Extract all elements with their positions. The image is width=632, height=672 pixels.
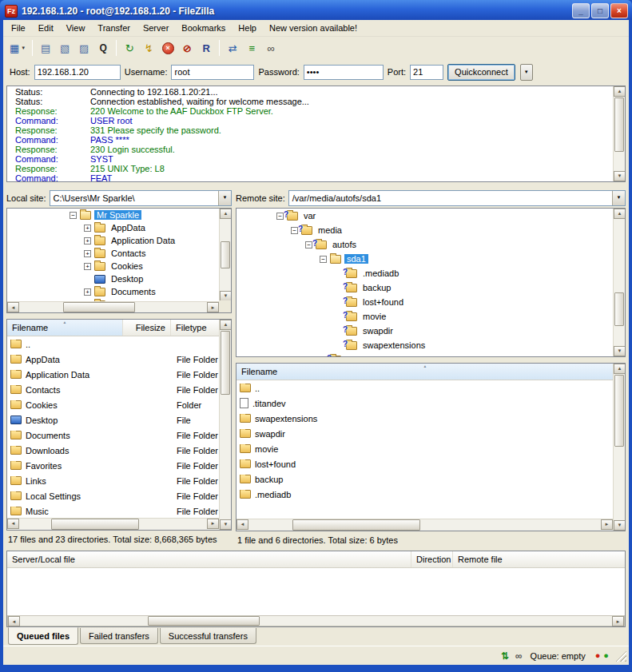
scroll-thumb[interactable] — [51, 519, 139, 530]
scroll-left-button[interactable]: ◄ — [7, 302, 19, 312]
scroll-up-button[interactable]: ▲ — [614, 86, 626, 97]
expand-toggle[interactable]: + — [84, 250, 91, 257]
close-button[interactable]: × — [610, 3, 628, 18]
scroll-right-button[interactable]: ► — [207, 519, 219, 529]
remote-tree-vertical-scrollbar[interactable]: ▲ ▼ — [613, 209, 625, 356]
file-row[interactable]: DownloadsFile Folder — [7, 443, 219, 458]
menu-server[interactable]: Server — [137, 22, 175, 34]
expand-toggle[interactable]: − — [276, 213, 284, 220]
scroll-thumb[interactable] — [148, 616, 260, 626]
tree-item[interactable]: −?var — [237, 209, 613, 223]
scroll-thumb[interactable] — [614, 375, 624, 447]
cancel-button[interactable]: × — [158, 38, 177, 58]
toggle-queue-button[interactable]: Q — [93, 38, 113, 58]
toggle-local-tree-button[interactable]: ▧ — [55, 38, 74, 58]
column-header-server-local-file[interactable]: Server/Local file — [7, 551, 411, 567]
quickconnect-dropdown-button[interactable]: ▼ — [520, 64, 533, 81]
scroll-track[interactable] — [614, 97, 625, 171]
menu-transfer[interactable]: Transfer — [91, 22, 137, 34]
tree-item[interactable]: −?media — [237, 223, 613, 237]
scroll-thumb[interactable] — [221, 331, 230, 395]
column-header-filename[interactable]: ▲Filename — [7, 320, 123, 336]
file-row[interactable]: LinksFile Folder — [7, 473, 219, 488]
menu-view[interactable]: View — [60, 22, 92, 34]
scroll-track[interactable] — [614, 374, 625, 520]
scroll-left-button[interactable]: ◄ — [237, 519, 248, 530]
expand-toggle[interactable]: − — [291, 227, 298, 234]
password-input[interactable] — [304, 65, 384, 80]
scroll-left-button[interactable]: ◄ — [8, 616, 20, 626]
queue-horizontal-scrollbar[interactable]: ◄ ► — [7, 615, 625, 626]
find-files-button[interactable]: ∞ — [261, 38, 280, 58]
column-header-filetype[interactable]: Filetype — [171, 320, 219, 336]
tree-item[interactable]: +Contacts — [7, 247, 219, 260]
scroll-track[interactable] — [20, 616, 612, 626]
toggle-remote-tree-button[interactable]: ▨ — [74, 38, 93, 58]
file-row[interactable]: swapextensions — [237, 411, 613, 426]
scroll-thumb[interactable] — [221, 241, 230, 268]
scroll-thumb[interactable] — [63, 302, 135, 312]
local-list-vertical-scrollbar[interactable]: ▲ ▼ — [219, 320, 231, 530]
local-tree-vertical-scrollbar[interactable]: ▲ ▼ — [219, 209, 231, 301]
file-row[interactable]: FavoritesFile Folder — [7, 458, 219, 473]
remote-list-horizontal-scrollbar[interactable]: ◄ ► — [237, 519, 613, 531]
column-header-filename[interactable]: ▲Filename — [237, 364, 613, 380]
scroll-thumb[interactable] — [292, 519, 420, 531]
host-input[interactable] — [34, 65, 121, 80]
scroll-track[interactable] — [19, 302, 207, 312]
expand-toggle[interactable]: + — [84, 237, 91, 245]
scroll-track[interactable] — [19, 519, 207, 530]
scroll-down-button[interactable]: ▼ — [614, 171, 626, 181]
username-input[interactable] — [171, 65, 254, 80]
quickconnect-button[interactable]: Quickconnect — [447, 64, 515, 81]
synchronized-browsing-button[interactable]: ≡ — [242, 38, 261, 58]
file-row[interactable]: Application DataFile Folder — [7, 367, 219, 382]
local-list-horizontal-scrollbar[interactable]: ◄ ► — [7, 518, 219, 530]
log-vertical-scrollbar[interactable]: ▲ ▼ — [613, 86, 625, 181]
scroll-up-button[interactable]: ▲ — [614, 364, 626, 374]
column-header-direction[interactable]: Direction — [411, 551, 453, 567]
remote-list-vertical-scrollbar[interactable]: ▲ ▼ — [613, 364, 625, 531]
scroll-down-button[interactable]: ▼ — [614, 520, 626, 531]
tree-item[interactable]: Desktop — [7, 272, 219, 285]
refresh-button[interactable]: ↻ — [120, 38, 139, 58]
tree-item[interactable]: ?backup — [237, 280, 613, 295]
minimize-button[interactable]: _ — [572, 3, 590, 18]
tree-item[interactable]: ?.mediadb — [237, 266, 613, 280]
file-row[interactable]: CookiesFolder — [7, 397, 219, 412]
scroll-track[interactable] — [614, 219, 625, 346]
menu-new-version[interactable]: New version available! — [263, 22, 364, 34]
file-row[interactable]: lost+found — [237, 456, 613, 471]
tree-item[interactable]: ?swapextensions — [237, 338, 613, 352]
tab-successful-transfers[interactable]: Successful transfers — [160, 628, 256, 644]
titlebar[interactable]: Fz 192.168.1.20 - root@192.168.1.20 - Fi… — [0, 0, 632, 20]
queue-body[interactable] — [7, 568, 625, 615]
tree-item[interactable]: +Application Data — [7, 234, 219, 247]
scroll-track[interactable] — [220, 330, 231, 519]
expand-toggle[interactable]: + — [84, 288, 91, 296]
scroll-left-button[interactable]: ◄ — [7, 519, 19, 529]
tree-item[interactable]: −Mr Sparkle — [7, 209, 219, 221]
maximize-button[interactable]: □ — [591, 3, 609, 18]
expand-toggle[interactable]: − — [70, 212, 77, 219]
menu-help[interactable]: Help — [232, 22, 263, 34]
scroll-right-button[interactable]: ► — [207, 302, 219, 312]
file-row[interactable]: Local SettingsFile Folder — [7, 488, 219, 503]
tree-item[interactable]: ?dvd — [237, 352, 613, 356]
column-header-remote-file[interactable]: Remote file — [453, 551, 625, 567]
tab-failed-transfers[interactable]: Failed transfers — [80, 628, 158, 644]
file-row[interactable]: .titandev — [237, 396, 613, 411]
process-queue-button[interactable]: ↯ — [139, 38, 158, 58]
scroll-right-button[interactable]: ► — [601, 519, 613, 530]
scroll-up-button[interactable]: ▲ — [220, 320, 232, 330]
scroll-track[interactable] — [248, 519, 601, 531]
file-row[interactable]: .. — [7, 336, 219, 352]
scroll-down-button[interactable]: ▼ — [220, 519, 232, 530]
file-row[interactable]: AppDataFile Folder — [7, 352, 219, 367]
combo-arrow-icon[interactable]: ▼ — [218, 191, 231, 205]
disconnect-button[interactable]: ⊘ — [177, 38, 197, 58]
remote-site-combo[interactable]: /var/media/autofs/sda1 ▼ — [288, 190, 626, 206]
tree-item[interactable]: +Documents — [7, 285, 219, 298]
file-row[interactable]: ContactsFile Folder — [7, 382, 219, 397]
local-site-combo[interactable]: C:\Users\Mr Sparkle\ ▼ — [50, 190, 232, 206]
